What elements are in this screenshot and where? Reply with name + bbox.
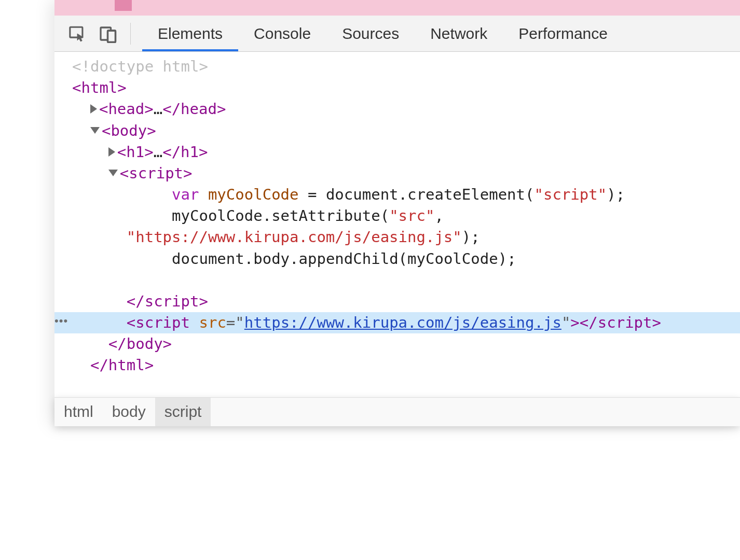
sel-close-end: > (652, 314, 661, 331)
crumb-script[interactable]: script (155, 398, 211, 426)
toolbar-divider (130, 23, 131, 45)
property: body (253, 250, 290, 268)
paren: ( (380, 207, 389, 225)
string: "script" (535, 186, 607, 203)
doctype-node[interactable]: <!doctype html> (72, 58, 208, 75)
collapsed-ellipsis[interactable]: … (154, 143, 162, 161)
paren: ); (498, 250, 516, 268)
identifier: myCoolCode (172, 207, 263, 225)
script-close-tag: script (145, 292, 199, 310)
argument: myCoolCode (407, 250, 498, 268)
head-open-bracket: < (99, 100, 108, 118)
inspect-element-icon[interactable] (65, 21, 90, 46)
expand-arrow-icon[interactable] (90, 104, 97, 114)
dot: . (263, 207, 271, 225)
sel-close-bracket: </ (580, 314, 598, 331)
devtools-tabs: Elements Console Sources Network Perform… (142, 16, 623, 51)
svg-rect-2 (108, 31, 116, 43)
script-close-end: > (199, 292, 208, 310)
equals: = (299, 186, 326, 203)
paren: ); (607, 186, 625, 203)
body-open-end: > (147, 122, 156, 139)
script-tag[interactable]: script (129, 164, 183, 182)
head-tag[interactable]: head (108, 100, 144, 118)
dom-breadcrumb: html body script (54, 397, 740, 426)
paren: ( (525, 186, 534, 203)
dot: . (290, 250, 298, 268)
devtools-panel: Elements Console Sources Network Perform… (54, 0, 740, 426)
h1-close-end: > (199, 143, 208, 161)
head-close-end: > (217, 100, 226, 118)
string-url: "https://www.kirupa.com/js/easing.js" (127, 228, 462, 246)
tab-network[interactable]: Network (415, 16, 503, 51)
dom-tree[interactable]: <!doctype html> <html> <head>…</head> <b… (54, 52, 740, 397)
h1-tag[interactable]: h1 (126, 143, 144, 161)
script-open-end: > (183, 164, 192, 182)
script-close-bracket: </ (127, 292, 145, 310)
h1-open-end: > (144, 143, 153, 161)
paren: ); (462, 228, 480, 246)
head-close-bracket: </ (162, 100, 181, 118)
h1-open-bracket: < (117, 143, 126, 161)
body-close-tag: body (127, 335, 163, 353)
paren: ( (399, 250, 407, 268)
attr-quote: " (561, 314, 570, 331)
string: "src" (389, 207, 434, 225)
collapse-arrow-icon[interactable] (108, 170, 118, 176)
tab-elements[interactable]: Elements (142, 16, 238, 51)
tab-console[interactable]: Console (238, 16, 326, 51)
attr-src-link[interactable]: https://www.kirupa.com/js/easing.js (244, 314, 561, 331)
html-open-bracket: < (72, 79, 81, 96)
attr-eq: = (226, 314, 235, 331)
html-close-tag: html (108, 356, 145, 374)
script-open-bracket: < (120, 164, 129, 182)
attr-src: src (199, 314, 226, 331)
head-close-tag: head (181, 100, 217, 118)
body-close-bracket: </ (108, 335, 127, 353)
dot: . (244, 250, 253, 268)
sel-close-tag: script (598, 314, 652, 331)
tab-sources[interactable]: Sources (326, 16, 415, 51)
h1-close-tag: h1 (181, 143, 199, 161)
method: setAttribute (271, 207, 380, 225)
body-close-end: > (163, 335, 172, 353)
body-open-bracket: < (102, 122, 111, 139)
html-close-end: > (145, 356, 154, 374)
collapse-arrow-icon[interactable] (90, 127, 100, 134)
sel-script-tag: script (135, 314, 190, 331)
expand-arrow-icon[interactable] (108, 147, 115, 157)
h1-close-bracket: </ (162, 143, 181, 161)
crumb-body[interactable]: body (103, 398, 155, 426)
sel-open-bracket: < (127, 314, 135, 331)
selected-dom-node[interactable]: ••• <script src="https://www.kirupa.com/… (54, 312, 740, 333)
sel-open-end: > (570, 314, 579, 331)
crumb-html[interactable]: html (54, 398, 103, 426)
keyword-var: var (172, 186, 199, 203)
titlebar-accent (115, 0, 132, 11)
method: createElement (407, 186, 525, 203)
tab-performance[interactable]: Performance (503, 16, 623, 51)
comma: , (434, 207, 443, 225)
window-titlebar (54, 0, 740, 16)
device-toolbar-icon[interactable] (96, 21, 121, 46)
devtools-toolbar: Elements Console Sources Network Perform… (54, 16, 740, 52)
document-obj: document (326, 186, 399, 203)
body-tag[interactable]: body (111, 122, 147, 139)
html-tag[interactable]: html (81, 79, 117, 96)
head-open-end: > (144, 100, 153, 118)
document-obj: document (172, 250, 244, 268)
element-actions-icon[interactable]: ••• (54, 313, 68, 329)
method: appendChild (299, 250, 399, 268)
dot: . (399, 186, 407, 203)
collapsed-ellipsis[interactable]: … (154, 100, 162, 118)
identifier: myCoolCode (199, 186, 298, 203)
html-open-end: > (117, 79, 126, 96)
attr-quote: " (235, 314, 244, 331)
html-close-bracket: </ (90, 356, 108, 374)
